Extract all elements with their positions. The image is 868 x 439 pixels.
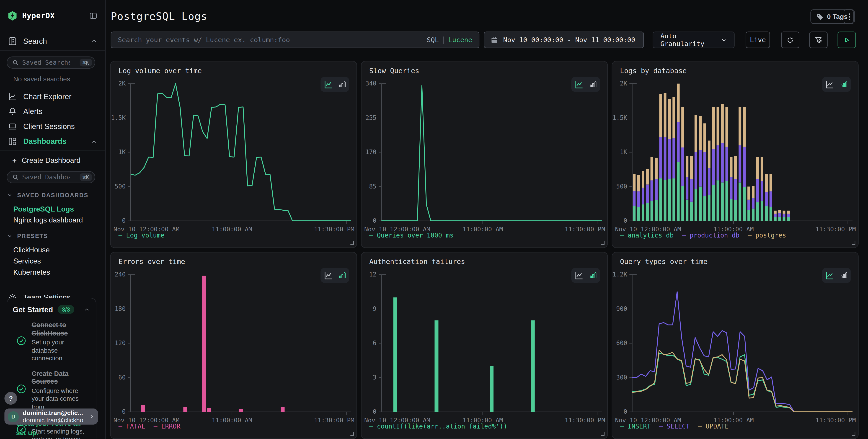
line-chart-icon[interactable] <box>323 270 333 280</box>
lucene-toggle[interactable]: Lucene <box>448 36 472 44</box>
legend-item[interactable]: — FATAL <box>119 422 146 430</box>
check-circle-icon <box>17 384 26 396</box>
sidebar-item-client-sessions[interactable]: Client Sessions <box>0 119 105 134</box>
svg-text:0: 0 <box>122 408 126 415</box>
granularity-select[interactable]: Auto Granularity <box>653 31 735 48</box>
line-chart-icon[interactable] <box>574 270 584 280</box>
legend-item[interactable]: — SELECT <box>659 422 690 430</box>
bar-chart-icon[interactable] <box>338 271 346 279</box>
chart-plot[interactable]: 05001K1.5K2KNov 10 12:00:00 AM11:00:00 A… <box>612 62 859 248</box>
sidebar-item-kubernetes[interactable]: Kubernetes <box>0 266 105 277</box>
more-options-button[interactable] <box>844 9 855 24</box>
chevron-up-icon <box>91 138 97 145</box>
get-started-item-sources[interactable]: Create Data Sources Configure where your… <box>13 370 90 411</box>
line-chart-icon[interactable] <box>323 80 333 90</box>
svg-text:0: 0 <box>624 408 627 415</box>
saved-searches-input[interactable] <box>22 59 70 66</box>
date-range-picker[interactable]: Nov 10 00:00:00 - Nov 11 00:00:00 <box>484 31 644 48</box>
chart-plot[interactable]: 085170255340Nov 10 12:00:00 AM11:00:00 A… <box>362 62 608 248</box>
svg-text:1.5K: 1.5K <box>111 114 126 121</box>
sidebar-item-label: Client Sessions <box>23 122 75 131</box>
sidebar-item-search[interactable]: Search <box>0 34 105 48</box>
chevron-up-icon[interactable] <box>84 306 90 313</box>
svg-text:2K: 2K <box>118 80 126 87</box>
svg-text:11:30:00 PM: 11:30:00 PM <box>565 417 605 424</box>
app-window: HyperDX Search ⌘K No saved searches <box>0 0 868 439</box>
legend-item[interactable]: — ERROR <box>154 422 181 430</box>
legend-item[interactable]: — postgres <box>748 231 786 239</box>
line-chart-icon[interactable] <box>574 80 584 90</box>
section-label: SAVED DASHBOARDS <box>17 191 88 198</box>
chart-panel-logs-by-database: Logs by database 05001K1.5K2KNov 10 12:0… <box>612 61 859 248</box>
task-subtitle: Set up your database connection <box>31 338 90 363</box>
chart-plot[interactable]: 060120180240Nov 10 12:00:00 AM11:00:00 A… <box>111 252 357 439</box>
sql-toggle[interactable]: SQL <box>427 36 439 44</box>
sidebar-item-alerts[interactable]: Alerts <box>0 104 105 119</box>
chart-explorer-icon <box>8 92 17 101</box>
chart-plot[interactable]: 03006009001.2KNov 10 12:00:00 AM11:00:00… <box>612 252 859 439</box>
sidebar-item-dashboards[interactable]: Dashboards <box>0 134 105 149</box>
chart-panel-slow-queries: Slow Queries 085170255340Nov 10 12:00:00… <box>361 61 608 248</box>
chart-plot[interactable]: 036912Nov 10 12:00:00 AM11:00:00 AM11:30… <box>362 252 608 439</box>
live-button[interactable]: Live <box>746 31 770 48</box>
filter-edit-button[interactable] <box>809 31 828 48</box>
svg-text:170: 170 <box>365 148 376 155</box>
legend-item[interactable]: — countIf(like(arr..ation failed%')) <box>369 422 507 430</box>
section-label: PRESETS <box>17 232 48 239</box>
sidebar-item-label: Chart Explorer <box>23 93 71 101</box>
filter-edit-icon <box>814 36 823 44</box>
bar-chart-icon[interactable] <box>840 271 848 279</box>
plus-icon: + <box>12 156 17 165</box>
user-menu[interactable]: D dominic.tran@clic... dominic.tran@clic… <box>4 408 98 425</box>
chart-title: Log volume over time <box>119 66 202 74</box>
event-search-input[interactable] <box>111 36 427 44</box>
bar-chart-icon[interactable] <box>589 80 597 88</box>
chevron-down-icon <box>7 233 13 239</box>
legend-item[interactable]: — INSERT <box>620 422 651 430</box>
sidebar-item-clickhouse[interactable]: ClickHouse <box>0 244 105 255</box>
user-name: dominic.tran@clic... <box>23 410 89 416</box>
legend-item[interactable]: — Queries over 1000 ms <box>369 231 454 239</box>
legend-item[interactable]: — production_db <box>682 231 739 239</box>
task-title: Create Data Sources <box>31 370 90 385</box>
help-button[interactable]: ? <box>4 392 17 405</box>
sidebar-item-services[interactable]: Services <box>0 255 105 266</box>
sidebar-item-postgresql-logs[interactable]: PostgreSQL Logs <box>0 203 105 214</box>
get-started-item-connect[interactable]: Connect to ClickHouse Set up your databa… <box>13 321 90 363</box>
saved-dashboards-input[interactable] <box>22 173 70 181</box>
bar-chart-icon[interactable] <box>338 80 346 88</box>
svg-text:1.5K: 1.5K <box>613 114 627 121</box>
create-dashboard-button[interactable]: + Create Dashboard <box>0 151 105 170</box>
bar-chart-icon[interactable] <box>840 80 848 88</box>
legend-item[interactable]: — Log volume <box>119 231 164 239</box>
task-subtitle: Configure where your data comes from <box>31 386 90 411</box>
line-chart-icon[interactable] <box>825 80 835 90</box>
section-saved-dashboards[interactable]: SAVED DASHBOARDS <box>0 191 105 199</box>
sidebar: HyperDX Search ⌘K No saved searches <box>0 0 106 439</box>
chart-panel-errors: Errors over time 060120180240Nov 10 12:0… <box>110 252 357 439</box>
magnifier-icon <box>12 174 19 181</box>
chart-plot[interactable]: 05001K1.5K2KNov 10 12:00:00 AM11:00:00 A… <box>111 62 357 248</box>
svg-text:9: 9 <box>373 305 376 312</box>
legend-item[interactable]: — analytics_db <box>620 231 674 239</box>
dashboard-grid: Log volume over time 05001K1.5K2KNov 10 … <box>110 61 859 439</box>
line-chart-icon[interactable] <box>825 270 835 280</box>
svg-text:12: 12 <box>369 271 376 278</box>
sidebar-item-nginx-dashboard[interactable]: Nginx logs dashboard <box>0 214 105 225</box>
get-started-badge: 3/3 <box>57 305 74 314</box>
saved-searches-search[interactable]: ⌘K <box>7 57 95 69</box>
svg-text:85: 85 <box>369 183 376 190</box>
section-presets[interactable]: PRESETS <box>0 232 105 240</box>
search-journal-icon <box>8 36 17 45</box>
legend-item[interactable]: — UPDATE <box>698 422 729 430</box>
collapse-sidebar-icon[interactable] <box>89 11 97 20</box>
saved-dashboards-search[interactable]: ⌘K <box>7 171 95 183</box>
sidebar-item-chart-explorer[interactable]: Chart Explorer <box>0 89 105 104</box>
svg-text:6: 6 <box>373 339 376 346</box>
page-title: PostgreSQL Logs <box>111 10 208 22</box>
bar-chart-icon[interactable] <box>589 271 597 279</box>
refresh-button[interactable] <box>781 31 799 48</box>
run-query-button[interactable] <box>837 31 856 48</box>
laptop-icon <box>8 122 17 131</box>
avatar: D <box>8 411 19 422</box>
